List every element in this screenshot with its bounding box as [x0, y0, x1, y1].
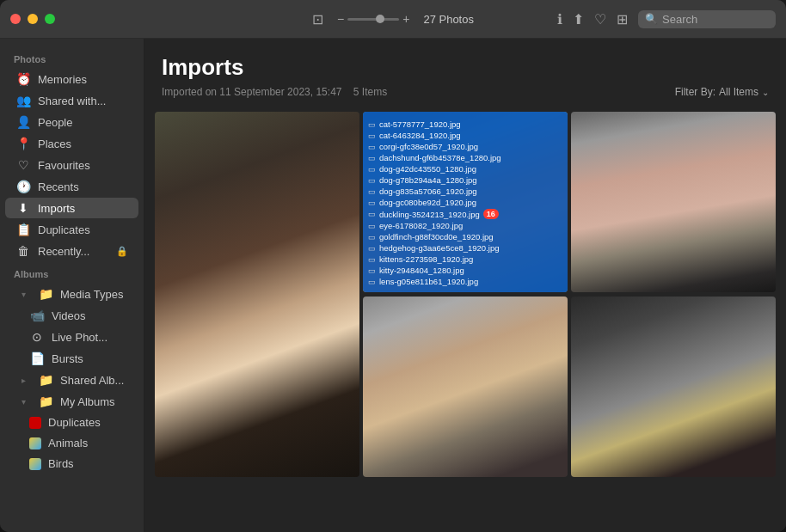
photo-cell-5[interactable] [571, 297, 776, 477]
file-item[interactable]: ▭ dachshund-gf6b45378e_1280.jpg [366, 152, 564, 163]
file-item[interactable]: ▭ goldfinch-g88f30cd0e_1920.jpg [366, 231, 564, 242]
file-item[interactable]: ▭ dog-g835a57066_1920.jpg [366, 186, 564, 197]
sidebar-label-shared-albums: Shared Alb... [60, 374, 128, 387]
sidebar-item-recently-deleted[interactable]: 🗑 Recently... 🔒 [5, 241, 138, 261]
chevron-down-icon: ▾ [15, 290, 31, 299]
file-name: dachshund-gf6b45378e_1280.jpg [379, 153, 501, 162]
sidebar-item-animals[interactable]: Animals [5, 433, 138, 453]
filter-value: All Items [719, 86, 758, 98]
sidebar-item-birds[interactable]: Birds [5, 454, 138, 474]
sidebar-item-live-photos[interactable]: ⊙ Live Phot... [5, 327, 138, 347]
file-item-duckling[interactable]: ▭ duckling-3524213_1920.jpg 16 [366, 208, 564, 220]
file-item[interactable]: ▭ kittens-2273598_1920.jpg [366, 254, 564, 265]
sidebar-label-recently-deleted: Recently... [38, 245, 109, 258]
sidebar-label-people: People [38, 116, 128, 129]
sidebar-item-memories[interactable]: ⏰ Memories [5, 69, 138, 89]
recents-icon: 🕐 [15, 180, 31, 193]
zoom-slider[interactable] [347, 18, 399, 21]
sidebar-label-birds: Birds [48, 457, 128, 470]
videos-icon: 📹 [29, 309, 45, 322]
sidebar-label-imports: Imports [38, 202, 128, 215]
sidebar-item-duplicates-album[interactable]: Duplicates [5, 413, 138, 432]
shared-icon: 👥 [15, 94, 31, 107]
filter-label: Filter By: [675, 86, 715, 98]
zoom-plus-icon[interactable]: + [402, 12, 409, 26]
file-item[interactable]: ▭ corgi-gfc38e0d57_1920.jpg [366, 141, 564, 152]
file-item[interactable]: ▭ eye-6178082_1920.jpg [366, 220, 564, 231]
close-button[interactable] [10, 14, 21, 24]
file-icon: ▭ [368, 255, 376, 264]
bursts-icon: 📄 [29, 352, 45, 365]
duplicates-album-icon [29, 417, 41, 429]
sidebar-label-duplicates-album: Duplicates [48, 416, 128, 429]
file-name: cat-6463284_1920.jpg [379, 131, 461, 140]
heart-icon[interactable]: ♡ [594, 11, 606, 28]
photo-cell-1[interactable] [155, 112, 359, 477]
favourites-icon: ♡ [15, 158, 31, 172]
zoom-minus-icon[interactable]: − [337, 12, 344, 26]
memories-icon: ⏰ [15, 72, 31, 86]
sidebar-item-places[interactable]: 📍 Places [5, 133, 138, 154]
titlebar-center: ⊡ − + 27 Photos [312, 11, 474, 28]
sidebar-item-recents[interactable]: 🕐 Recents [5, 176, 138, 197]
sidebar-label-memories: Memories [38, 73, 128, 86]
slideshow-icon: ⊡ [312, 11, 323, 28]
imports-icon: ⬇ [15, 201, 31, 215]
file-item[interactable]: ▭ dog-g42dc43550_1280.jpg [366, 163, 564, 174]
file-item[interactable]: ▭ dog-g78b294a4a_1280.jpg [366, 174, 564, 186]
content-area: Imports Imported on 11 September 2023, 1… [144, 39, 786, 532]
minimize-button[interactable] [28, 14, 38, 24]
my-albums-icon: 📁 [38, 394, 53, 408]
file-name: dog-gc080be92d_1920.jpg [379, 198, 476, 207]
add-to-album-icon[interactable]: ⊞ [617, 11, 628, 28]
sidebar-label-videos: Videos [52, 309, 128, 322]
file-icon: ▭ [368, 176, 376, 185]
file-icon: ▭ [368, 165, 376, 174]
file-item[interactable]: ▭ kitty-2948404_1280.jpg [366, 265, 564, 276]
file-item[interactable]: ▭ dog-gc080be92d_1920.jpg [366, 197, 564, 208]
app-window: ⊡ − + 27 Photos ℹ ⬆ ♡ ⊞ 🔍 Photos [0, 0, 786, 532]
file-name: kitty-2948404_1280.jpg [379, 266, 464, 275]
photo-cell-3[interactable] [571, 112, 776, 292]
sidebar-item-people[interactable]: 👤 People [5, 112, 138, 132]
file-item[interactable]: ▭ cat-6463284_1920.jpg [366, 130, 564, 141]
info-icon[interactable]: ℹ [557, 11, 562, 28]
file-name: goldfinch-g88f30cd0e_1920.jpg [379, 232, 494, 242]
places-icon: 📍 [15, 137, 31, 150]
search-box[interactable]: 🔍 [638, 10, 776, 28]
photo-count: 27 Photos [423, 13, 474, 26]
sidebar-item-shared-albums[interactable]: ▸ 📁 Shared Alb... [5, 370, 138, 390]
file-name: cat-5778777_1920.jpg [379, 119, 461, 129]
photo-cell-2[interactable]: ▭ cat-5778777_1920.jpg ▭ cat-6463284_192… [363, 112, 568, 292]
import-info: Imported on 11 September 2023, 15:47 5 I… [162, 86, 387, 98]
sidebar-item-duplicates[interactable]: 📋 Duplicates [5, 219, 138, 240]
search-input[interactable] [662, 13, 765, 26]
file-icon: ▭ [368, 131, 376, 140]
file-item[interactable]: ▭ hedgehog-g3aa6e5ce8_1920.jpg [366, 242, 564, 254]
file-icon: ▭ [368, 187, 376, 196]
sidebar-item-videos[interactable]: 📹 Videos [5, 305, 138, 326]
share-icon[interactable]: ⬆ [573, 11, 584, 28]
sidebar-label-my-albums: My Albums [60, 395, 128, 408]
file-item[interactable]: ▭ cat-5778777_1920.jpg [366, 119, 564, 130]
sidebar-item-my-albums[interactable]: ▾ 📁 My Albums [5, 391, 138, 412]
file-name: dog-g42dc43550_1280.jpg [379, 164, 476, 174]
photo-grid: ▭ cat-5778777_1920.jpg ▭ cat-6463284_192… [144, 105, 786, 532]
sidebar-label-live-photos: Live Phot... [52, 331, 128, 344]
filter-by-control[interactable]: Filter By: All Items ⌄ [675, 86, 769, 98]
animals-icon [29, 437, 41, 449]
sidebar-item-favourites[interactable]: ♡ Favourites [5, 155, 138, 175]
content-meta-row: Imported on 11 September 2023, 15:47 5 I… [162, 86, 769, 98]
sidebar-label-media-types: Media Types [60, 288, 128, 301]
sidebar-item-media-types[interactable]: ▾ 📁 Media Types [5, 284, 138, 304]
photo-cell-4[interactable] [363, 297, 568, 477]
sidebar-item-bursts[interactable]: 📄 Bursts [5, 348, 138, 369]
file-name: eye-6178082_1920.jpg [379, 221, 463, 230]
file-name: dog-g835a57066_1920.jpg [379, 187, 477, 196]
lock-icon: 🔒 [116, 246, 128, 257]
file-item[interactable]: ▭ lens-g05e811b61_1920.jpg [366, 276, 564, 287]
file-name: hedgehog-g3aa6e5ce8_1920.jpg [379, 243, 499, 253]
sidebar-item-shared[interactable]: 👥 Shared with... [5, 90, 138, 111]
sidebar-item-imports[interactable]: ⬇ Imports [5, 198, 138, 218]
maximize-button[interactable] [45, 14, 55, 24]
